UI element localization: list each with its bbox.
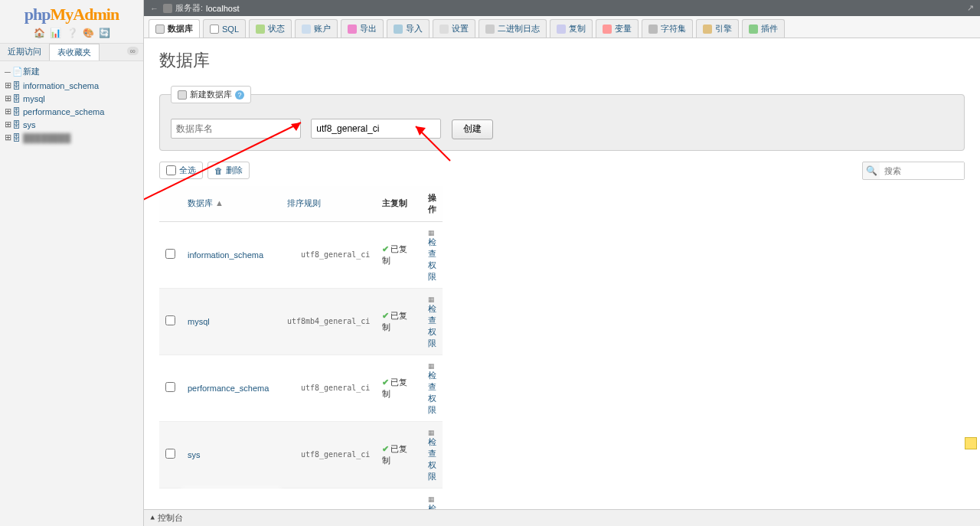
- tab-引擎[interactable]: 引擎: [696, 19, 739, 38]
- database-name-input[interactable]: [171, 119, 301, 139]
- nav-quick-icons: 🏠 📊 ❔ 🎨 🔄: [0, 26, 143, 43]
- delete-label: 删除: [226, 165, 243, 176]
- nav-link-icon[interactable]: ∞: [127, 47, 139, 55]
- theme-icon[interactable]: 🎨: [83, 28, 93, 38]
- console-bar[interactable]: ▾ 控制台: [144, 509, 980, 526]
- row-checkbox[interactable]: [165, 382, 175, 392]
- create-button[interactable]: 创建: [452, 119, 493, 139]
- db-icon: 🗄: [12, 120, 23, 129]
- db-name-link[interactable]: sys: [188, 450, 201, 459]
- db-icon: 🗄: [12, 94, 23, 103]
- nav-tab-recent[interactable]: 近期访问: [0, 44, 49, 60]
- docs-icon[interactable]: ❔: [67, 28, 77, 38]
- priv-icon: ▦: [428, 229, 435, 237]
- navigation-panel: phpMyAdmin 🏠 📊 ❔ 🎨 🔄 近期访问 表收藏夹 ∞ ─ 📄 新建 …: [0, 0, 144, 526]
- tab-二进制日志[interactable]: 二进制日志: [479, 19, 547, 38]
- expand-icon[interactable]: ⊞: [5, 132, 12, 142]
- logo-part1: php: [24, 5, 51, 24]
- reload-icon[interactable]: 🔄: [99, 28, 109, 38]
- col-operations: 操作: [422, 186, 443, 222]
- db-replication: ✔已复制: [376, 354, 422, 421]
- check-privileges-link[interactable]: ▦检查权限: [428, 227, 436, 281]
- console-toggle-icon[interactable]: ▾: [150, 513, 155, 523]
- tab-label: 引擎: [715, 23, 732, 34]
- nav-tab-favorites[interactable]: 表收藏夹: [49, 44, 100, 60]
- col-replication: 主复制: [376, 186, 422, 222]
- ic-db-icon: [155, 25, 165, 34]
- ic-sql-icon: [210, 25, 219, 34]
- check-privileges-link[interactable]: ▦检查权限: [428, 427, 436, 481]
- tab-复制[interactable]: 复制: [550, 19, 593, 38]
- col-database[interactable]: 数据库 ▲: [181, 186, 281, 222]
- tree-db-item[interactable]: ⊞🗄sys: [0, 118, 143, 131]
- tab-导出[interactable]: 导出: [341, 19, 384, 38]
- search-input[interactable]: [880, 162, 964, 179]
- tree-db-item[interactable]: ⊞🗄mysql: [0, 92, 143, 105]
- db-replication: ✔已复制: [376, 421, 422, 488]
- crumb-close-icon[interactable]: ↗: [967, 3, 974, 13]
- select-all-checkbox[interactable]: [166, 165, 176, 175]
- tab-字符集[interactable]: 字符集: [642, 19, 693, 38]
- delete-button[interactable]: 🗑 删除: [207, 162, 250, 179]
- search-icon[interactable]: 🔍: [863, 162, 880, 179]
- priv-icon: ▦: [428, 362, 435, 370]
- expand-icon[interactable]: ⊞: [5, 80, 12, 90]
- tab-label: 插件: [761, 23, 778, 34]
- collapse-nav-icon[interactable]: ←: [150, 4, 158, 13]
- check-icon: ✔: [382, 244, 389, 253]
- check-privileges-link[interactable]: ▦检查权限: [428, 294, 436, 348]
- ic-rep-icon: [557, 25, 566, 34]
- check-icon: ✔: [382, 377, 389, 387]
- tree-db-item[interactable]: ⊞🗄information_schema: [0, 79, 143, 92]
- priv-icon: ▦: [428, 429, 435, 436]
- content-area: 数据库 新建数据库 ? 创建 全选 🗑: [144, 38, 980, 526]
- tab-label: 复制: [569, 23, 586, 34]
- db-name-link[interactable]: mysql: [188, 317, 210, 326]
- tab-label: SQL: [222, 25, 239, 34]
- tab-label: 变量: [615, 23, 632, 34]
- row-checkbox[interactable]: [165, 315, 175, 325]
- db-name-link[interactable]: information_schema: [188, 250, 263, 260]
- tab-插件[interactable]: 插件: [742, 19, 785, 38]
- row-checkbox[interactable]: [165, 249, 175, 259]
- home-icon[interactable]: 🏠: [34, 28, 44, 38]
- select-all-label: 全选: [179, 165, 196, 176]
- tab-变量[interactable]: 变量: [596, 19, 639, 38]
- logo[interactable]: phpMyAdmin: [0, 0, 143, 26]
- tree-db-label: mysql: [23, 94, 45, 103]
- tab-状态[interactable]: 状态: [249, 19, 292, 38]
- tab-数据库[interactable]: 数据库: [149, 19, 200, 38]
- expand-icon[interactable]: ⊞: [5, 119, 12, 129]
- priv-icon: ▦: [428, 296, 435, 303]
- tab-导入[interactable]: 导入: [387, 19, 430, 38]
- top-tabs: 数据库SQL状态账户导出导入设置二进制日志复制变量字符集引擎插件: [144, 16, 980, 38]
- ic-bin-icon: [485, 25, 495, 34]
- tab-label: 字符集: [661, 23, 686, 34]
- table-row: sysutf8_general_ci✔已复制▦检查权限: [159, 421, 443, 488]
- db-name-link[interactable]: performance_schema: [188, 384, 269, 393]
- tab-设置[interactable]: 设置: [433, 19, 475, 38]
- bookmark-icon[interactable]: [965, 437, 977, 449]
- check-privileges-link[interactable]: ▦检查权限: [428, 361, 436, 414]
- tab-SQL[interactable]: SQL: [203, 19, 246, 38]
- select-all-button[interactable]: 全选: [159, 162, 203, 179]
- row-checkbox[interactable]: [165, 449, 175, 459]
- col-collation[interactable]: 排序规则: [281, 186, 376, 222]
- tree-db-item[interactable]: ⊞🗄████████: [0, 131, 143, 144]
- logout-icon[interactable]: 📊: [50, 28, 60, 38]
- tab-label: 设置: [452, 23, 469, 34]
- tab-账户[interactable]: 账户: [295, 19, 338, 38]
- tree-db-label: sys: [23, 120, 36, 129]
- tree-db-item[interactable]: ⊞🗄performance_schema: [0, 105, 143, 118]
- db-collation: utf8_general_ci: [281, 354, 376, 421]
- expand-icon[interactable]: ⊞: [5, 106, 12, 116]
- new-db-icon: [178, 90, 187, 100]
- expand-icon[interactable]: ⊞: [5, 93, 12, 103]
- console-label: 控制台: [158, 512, 183, 524]
- delete-icon: 🗑: [214, 166, 223, 175]
- tree-new-db[interactable]: ─ 📄 新建: [0, 64, 143, 79]
- help-icon[interactable]: ?: [235, 90, 244, 100]
- server-host[interactable]: localhost: [206, 4, 239, 13]
- tree-db-label: performance_schema: [23, 107, 104, 116]
- collation-select[interactable]: [311, 119, 441, 139]
